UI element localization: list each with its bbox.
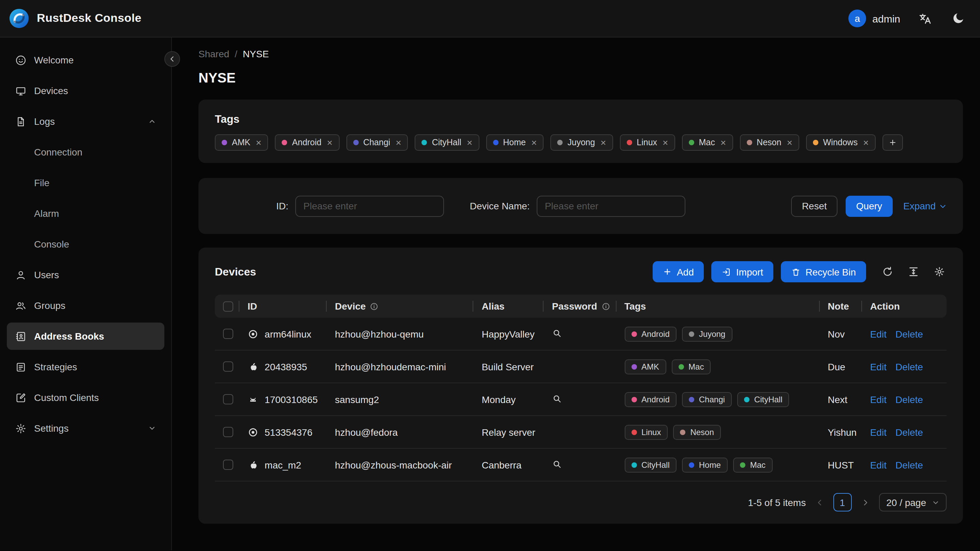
row-checkbox[interactable]	[223, 427, 233, 437]
id-input[interactable]	[295, 195, 444, 217]
edit-link[interactable]: Edit	[870, 361, 886, 372]
user-menu[interactable]: a admin	[848, 10, 900, 27]
sidebar-item-connection[interactable]: Connection	[7, 139, 164, 166]
device-id: mac_m2	[265, 459, 301, 470]
plus-icon	[663, 267, 672, 276]
page-1-button[interactable]: 1	[833, 493, 851, 511]
sidebar-item-devices[interactable]: Devices	[7, 77, 164, 104]
tag-remove-icon[interactable]: ×	[327, 138, 332, 147]
sidebar-item-file[interactable]: File	[7, 169, 164, 196]
tag-chip: Home×	[486, 134, 544, 151]
contacts-icon	[15, 330, 27, 342]
tag-remove-icon[interactable]: ×	[256, 138, 261, 147]
chevron-down-icon	[939, 202, 947, 210]
tag-remove-icon[interactable]: ×	[467, 138, 472, 147]
tag-chip: CityHall	[624, 457, 676, 472]
delete-link[interactable]: Delete	[896, 427, 923, 438]
expand-link[interactable]: Expand	[903, 201, 947, 212]
refresh-icon[interactable]	[880, 264, 895, 279]
delete-link[interactable]: Delete	[896, 361, 923, 372]
tag-chip: Juyong×	[550, 134, 613, 151]
row-checkbox[interactable]	[223, 361, 233, 372]
device-alias: Build Server	[482, 361, 534, 372]
sidebar-item-alarm[interactable]: Alarm	[7, 200, 164, 227]
sidebar-collapse-button[interactable]	[164, 51, 180, 67]
tags-card-title: Tags	[215, 113, 947, 126]
tag-remove-icon[interactable]: ×	[787, 138, 792, 147]
sidebar-item-strategies[interactable]: Strategies	[7, 353, 164, 381]
add-device-button[interactable]: Add	[653, 261, 704, 282]
device-name-input[interactable]	[537, 195, 686, 217]
sidebar-item-label: Logs	[34, 116, 55, 127]
column-header-note: Note	[828, 301, 849, 312]
view-password-icon[interactable]	[552, 459, 562, 469]
table-row: 513354376 hzhou@fedora Relay server Linu…	[215, 416, 947, 449]
previous-page-button[interactable]	[815, 498, 824, 506]
sidebar-item-settings[interactable]: Settings	[7, 415, 164, 442]
tag-remove-icon[interactable]: ×	[396, 138, 401, 147]
view-password-icon[interactable]	[552, 393, 562, 403]
tag-chip: Mac×	[682, 134, 733, 151]
theme-toggle-moon-icon[interactable]	[950, 10, 966, 27]
page-size-select[interactable]: 20 / page	[879, 493, 947, 511]
next-page-button[interactable]	[861, 498, 869, 506]
device-id: arm64linux	[265, 328, 311, 339]
query-button[interactable]: Query	[846, 195, 892, 217]
edit-link[interactable]: Edit	[870, 427, 886, 438]
device-name-form-item: Device Name:	[470, 195, 686, 217]
tag-remove-icon[interactable]: ×	[600, 138, 606, 147]
sidebar-item-label: Alarm	[34, 208, 59, 219]
device-name: hzhou@zhous-macbook-air	[335, 459, 452, 470]
tag-remove-icon[interactable]: ×	[721, 138, 726, 147]
sidebar-item-label: Devices	[34, 85, 68, 96]
tags-card: Tags AMK× Android× Changi× CityHall× Hom…	[199, 100, 963, 163]
column-header-password: Password	[552, 301, 597, 312]
reset-button[interactable]: Reset	[791, 195, 838, 217]
tag-remove-icon[interactable]: ×	[663, 138, 668, 147]
sidebar-item-address-books[interactable]: Address Books	[7, 323, 164, 350]
tag-remove-icon[interactable]: ×	[531, 138, 537, 147]
sidebar-item-console[interactable]: Console	[7, 231, 164, 258]
row-checkbox[interactable]	[223, 394, 233, 404]
device-id: 1700310865	[265, 394, 318, 405]
edit-link[interactable]: Edit	[870, 328, 886, 339]
tag-remove-icon[interactable]: ×	[863, 138, 869, 147]
breadcrumb-shared[interactable]: Shared	[199, 48, 229, 59]
view-password-icon[interactable]	[552, 328, 562, 338]
sidebar-item-groups[interactable]: Groups	[7, 292, 164, 319]
table-settings-gear-icon[interactable]	[932, 264, 947, 279]
add-tag-button[interactable]	[883, 134, 903, 151]
delete-link[interactable]: Delete	[896, 394, 923, 405]
select-all-checkbox[interactable]	[223, 301, 233, 311]
sidebar-item-custom-clients[interactable]: Custom Clients	[7, 384, 164, 411]
info-icon[interactable]	[370, 302, 379, 311]
sidebar-item-welcome[interactable]: Welcome	[7, 46, 164, 74]
sidebar-item-users[interactable]: Users	[7, 261, 164, 288]
column-height-icon[interactable]	[906, 264, 921, 279]
sidebar-item-label: Strategies	[34, 361, 77, 372]
monitor-icon	[15, 85, 27, 97]
recycle-bin-button[interactable]: Recycle Bin	[781, 261, 866, 282]
edit-square-icon	[15, 392, 27, 403]
edit-link[interactable]: Edit	[870, 459, 886, 470]
app-logo-icon	[9, 8, 29, 29]
chevron-down-icon	[932, 499, 939, 506]
tag-color-dot	[813, 140, 818, 145]
edit-link[interactable]: Edit	[870, 394, 886, 405]
tag-chip: Android×	[275, 134, 340, 151]
import-button[interactable]: Import	[712, 261, 773, 282]
tag-color-dot	[493, 140, 498, 145]
table-row: 20438935 hzhou@hzhoudemac-mini Build Ser…	[215, 350, 947, 383]
delete-link[interactable]: Delete	[896, 328, 923, 339]
device-note: HUST	[828, 459, 854, 470]
file-text-icon	[15, 116, 27, 127]
language-toggle-button[interactable]	[916, 10, 934, 27]
tag-chip: Juyong	[682, 326, 732, 341]
delete-link[interactable]: Delete	[896, 459, 923, 470]
row-checkbox[interactable]	[223, 329, 233, 339]
page-title: NYSE	[199, 70, 963, 86]
row-checkbox[interactable]	[223, 460, 233, 470]
tag-color-dot	[627, 140, 632, 145]
info-icon[interactable]	[601, 302, 610, 311]
sidebar-item-logs[interactable]: Logs	[7, 108, 164, 135]
